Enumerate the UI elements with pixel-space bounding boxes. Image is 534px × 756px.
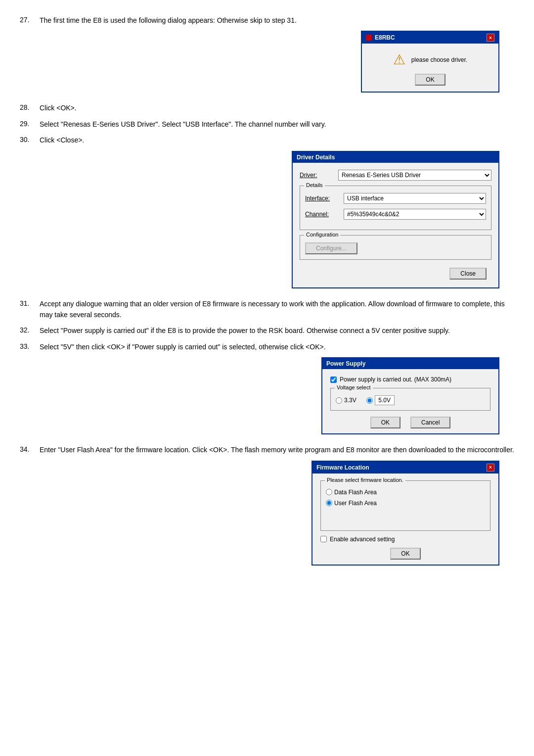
firmware-ok-button[interactable]: OK	[390, 548, 420, 560]
e8rbc-title: E8RBC	[375, 34, 395, 41]
voltage-group-title: Voltage select	[335, 384, 373, 390]
config-group-title: Configuration	[304, 232, 340, 237]
driver-details-dialog-container: Driver Details Driver: Renesas E-Series …	[20, 151, 514, 288]
power-supply-dialog: Power Supply Power supply is carried out…	[321, 357, 499, 434]
warning-icon: ⚠	[393, 51, 405, 68]
driver-title: Driver Details	[297, 154, 335, 161]
firmware-dialog-container: Firmware Location × Please select firmwa…	[20, 461, 514, 566]
details-group: Details Interface: USB interface Channel…	[300, 186, 491, 230]
voltage-33-radio[interactable]	[336, 397, 342, 404]
details-group-title: Details	[304, 182, 325, 188]
power-supply-dialog-container: Power Supply Power supply is carried out…	[20, 357, 514, 434]
config-group: Configuration Configure...	[300, 235, 491, 260]
step-31: 31. Accept any dialogue warning that an …	[20, 298, 514, 321]
channel-select[interactable]: #5%35949c4c&0&2	[344, 209, 486, 220]
step-29: 29. Select "Renesas E-Series USB Driver"…	[20, 119, 514, 130]
power-supply-checkbox[interactable]	[330, 377, 337, 383]
power-titlebar: Power Supply	[322, 358, 498, 369]
e8rbc-close-button[interactable]: ×	[487, 34, 494, 42]
driver-details-dialog: Driver Details Driver: Renesas E-Series …	[292, 151, 499, 288]
step-34: 34. Enter "User Flash Area" for the firm…	[20, 444, 514, 455]
advanced-setting-label: Enable advanced setting	[330, 536, 395, 543]
firmware-location-dialog: Firmware Location × Please select firmwa…	[312, 461, 499, 566]
e8rbc-dialog-container: E8RBC × ⚠ please choose driver. OK	[20, 31, 514, 93]
e8rbc-body: ⚠ please choose driver. OK	[362, 44, 498, 92]
driver-body: Driver: Renesas E-Series USB Driver Deta…	[293, 163, 498, 287]
firmware-group: Please select firmware location. Data Fl…	[320, 480, 490, 531]
driver-label: Driver:	[300, 172, 334, 179]
e8rbc-dialog: E8RBC × ⚠ please choose driver. OK	[361, 31, 499, 93]
step-33: 33. Select "5V" then click <OK> if "Powe…	[20, 341, 514, 352]
firmware-title: Firmware Location	[316, 464, 369, 471]
step-27: 27. The first time the E8 is used the fo…	[20, 15, 514, 26]
e8rbc-titlebar: E8RBC ×	[362, 32, 498, 44]
driver-titlebar: Driver Details	[293, 152, 498, 163]
voltage-group: Voltage select 3.3V 5.0V	[330, 388, 490, 411]
interface-label: Interface:	[305, 195, 340, 202]
configure-button[interactable]: Configure...	[305, 242, 357, 254]
power-title: Power Supply	[326, 360, 365, 367]
user-flash-radio[interactable]	[326, 500, 332, 506]
user-flash-label: User Flash Area	[334, 500, 377, 507]
driver-close-button[interactable]: Close	[449, 268, 487, 280]
step-30: 30. Click <Close>.	[20, 135, 514, 145]
data-flash-label: Data Flash Area	[334, 489, 377, 496]
power-supply-checkbox-label: Power supply is carried out. (MAX 300mA)	[340, 376, 451, 383]
firmware-close-button[interactable]: ×	[487, 464, 494, 472]
step-32: 32. Select "Power supply is carried out"…	[20, 325, 514, 336]
advanced-setting-checkbox[interactable]	[320, 536, 327, 542]
data-flash-radio[interactable]	[326, 489, 332, 495]
channel-label: Channel:	[305, 211, 340, 218]
driver-select[interactable]: Renesas E-Series USB Driver	[338, 170, 491, 181]
firmware-group-title: Please select firmware location.	[325, 477, 405, 483]
firmware-titlebar: Firmware Location ×	[312, 462, 498, 473]
voltage-50-radio[interactable]	[366, 397, 373, 404]
title-icon	[366, 35, 372, 41]
voltage-33-label: 3.3V	[344, 397, 356, 404]
e8rbc-message: please choose driver.	[411, 56, 467, 63]
power-ok-button[interactable]: OK	[370, 417, 400, 428]
interface-select[interactable]: USB interface	[344, 193, 486, 204]
power-cancel-button[interactable]: Cancel	[410, 417, 450, 428]
voltage-50-label: 5.0V	[375, 395, 395, 405]
e8rbc-ok-button[interactable]: OK	[415, 74, 445, 86]
step-28: 28. Click <OK>.	[20, 102, 514, 113]
